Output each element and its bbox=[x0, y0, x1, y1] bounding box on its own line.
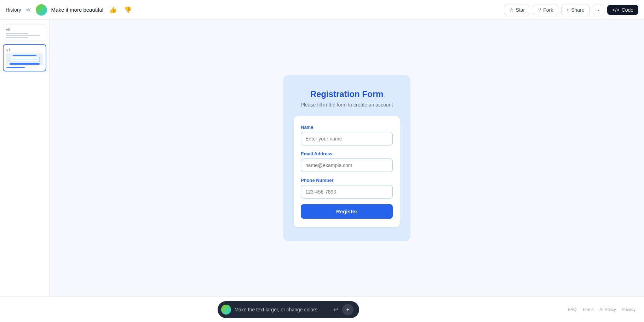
v1-label: v1 bbox=[6, 48, 43, 52]
email-label: Email Address bbox=[301, 151, 393, 156]
thumb-line-2 bbox=[6, 35, 40, 36]
star-button[interactable]: ☆ Star bbox=[504, 5, 530, 15]
footer-links: FAQ Terms AI Policy Privacy bbox=[568, 307, 636, 312]
version-thumb-v1[interactable]: v1 bbox=[3, 44, 46, 71]
header-right: ☆ Star ⑂ Fork ↑ Share ··· </> Code bbox=[504, 5, 638, 15]
fork-label: Fork bbox=[543, 7, 553, 13]
form-card: Name Email Address Phone Number Register bbox=[294, 116, 400, 227]
prompt-text: Make the text larger, or change colors. bbox=[235, 307, 330, 312]
email-group: Email Address bbox=[301, 151, 393, 172]
footer-faq[interactable]: FAQ bbox=[568, 307, 576, 312]
bottom-bar: Make the text larger, or change colors. … bbox=[0, 297, 644, 322]
thumb-line-1 bbox=[6, 33, 28, 34]
v1-preview bbox=[6, 53, 43, 65]
fork-icon: ⑂ bbox=[538, 7, 541, 13]
prompt-logo-icon bbox=[221, 305, 231, 315]
share-button[interactable]: ↑ Share bbox=[561, 5, 590, 15]
main-layout: v0 v1 Registration Form Please fill in t… bbox=[0, 20, 644, 297]
phone-input[interactable] bbox=[301, 185, 393, 199]
v0-label: v0 bbox=[6, 27, 43, 31]
history-label: History bbox=[6, 7, 21, 13]
v1-btn-bar bbox=[10, 63, 40, 65]
thumb-line-3 bbox=[6, 37, 28, 38]
footer-ai-policy[interactable]: AI Policy bbox=[599, 307, 616, 312]
footer-terms[interactable]: Terms bbox=[582, 307, 594, 312]
thumbdown-button[interactable]: 👎 bbox=[122, 5, 133, 15]
v1-field-2 bbox=[10, 60, 40, 62]
name-group: Name bbox=[301, 125, 393, 145]
v1-accent-line bbox=[6, 67, 25, 68]
phone-group: Phone Number bbox=[301, 178, 393, 199]
footer-privacy[interactable]: Privacy bbox=[622, 307, 636, 312]
registration-card: Registration Form Please fill in the for… bbox=[283, 75, 410, 241]
phone-label: Phone Number bbox=[301, 178, 393, 183]
name-input[interactable] bbox=[301, 132, 393, 145]
form-title: Registration Form bbox=[310, 89, 384, 99]
version-thumb-v0[interactable]: v0 bbox=[3, 24, 46, 41]
collapse-icon[interactable]: ≪ bbox=[25, 6, 31, 13]
v1-field-1 bbox=[10, 57, 40, 59]
form-subtitle: Please fill in the form to create an acc… bbox=[301, 102, 393, 108]
logo-icon bbox=[36, 4, 47, 16]
prompt-pill: Make the text larger, or change colors. … bbox=[218, 301, 359, 318]
code-label: Code bbox=[622, 7, 633, 13]
code-icon: </> bbox=[612, 7, 619, 13]
header: History ≪ Make it more beautiful 👍 👎 ☆ S… bbox=[0, 0, 644, 20]
star-label: Star bbox=[516, 7, 525, 13]
more-button[interactable]: ··· bbox=[593, 5, 605, 15]
project-title: Make it more beautiful bbox=[51, 7, 104, 13]
email-input[interactable] bbox=[301, 159, 393, 172]
fork-button[interactable]: ⑂ Fork bbox=[533, 5, 558, 15]
sidebar: v0 v1 bbox=[0, 20, 50, 297]
star-icon: ☆ bbox=[509, 7, 514, 13]
enter-icon[interactable]: ↵ bbox=[333, 306, 339, 314]
prompt-action-button[interactable]: ✦ bbox=[342, 304, 353, 315]
code-button[interactable]: </> Code bbox=[607, 5, 638, 15]
share-icon: ↑ bbox=[567, 7, 569, 13]
name-label: Name bbox=[301, 125, 393, 130]
register-button[interactable]: Register bbox=[301, 204, 393, 219]
thumbup-button[interactable]: 👍 bbox=[108, 5, 118, 15]
v0-preview bbox=[6, 33, 43, 38]
preview-area: Registration Form Please fill in the for… bbox=[50, 20, 644, 297]
share-label: Share bbox=[571, 7, 584, 13]
header-left: History ≪ Make it more beautiful 👍 👎 bbox=[6, 4, 133, 16]
v1-title-bar bbox=[13, 55, 36, 56]
